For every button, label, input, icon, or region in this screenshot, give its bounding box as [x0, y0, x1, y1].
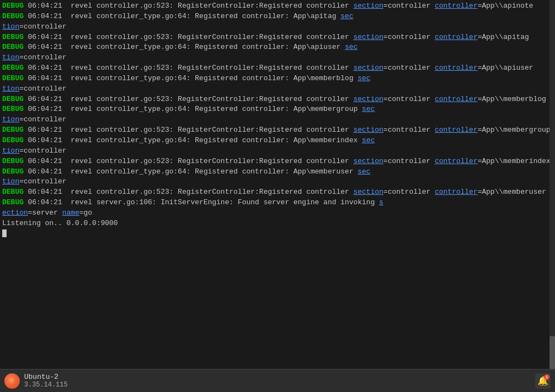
log-text: =App\\membergroup	[478, 126, 551, 134]
section-link[interactable]: sec	[362, 105, 374, 113]
taskbar-app-name: Ubuntu-2	[24, 373, 68, 381]
section-link[interactable]: section	[354, 2, 384, 10]
log-text: =controller	[19, 85, 66, 93]
section-link[interactable]: sec	[358, 74, 371, 82]
log-line: DEBUG 06:04:21 revel controller_type.go:…	[2, 42, 553, 53]
controller-link[interactable]: controller	[435, 64, 478, 72]
section-link[interactable]: tion	[2, 23, 19, 31]
debug-label: DEBUG	[2, 64, 24, 72]
log-line: DEBUG 06:04:21 revel controller.go:523: …	[2, 94, 553, 105]
log-text: =controller	[19, 147, 66, 155]
log-text: =App\\memberuser	[478, 188, 546, 196]
log-text: =go	[79, 209, 92, 217]
log-line: DEBUG 06:04:21 revel controller.go:523: …	[2, 156, 553, 167]
controller-link[interactable]: controller	[435, 126, 478, 134]
section-link[interactable]: tion	[2, 177, 19, 186]
log-text: 06:04:21 revel controller.go:523: Regist…	[24, 33, 354, 41]
debug-label: DEBUG	[2, 188, 24, 196]
controller-link[interactable]: controller	[435, 188, 478, 196]
log-text: 06:04:21 revel controller.go:523: Regist…	[24, 2, 354, 10]
debug-label: DEBUG	[2, 167, 24, 176]
taskbar-right: 🔔 1	[535, 373, 551, 389]
log-line: tion=controller	[2, 177, 553, 187]
taskbar-left: Ubuntu-2 3.35.14.115	[4, 373, 68, 389]
log-line: Listening on.. 0.0.0.0:9000	[2, 219, 553, 229]
debug-label: DEBUG	[2, 157, 24, 165]
controller-link[interactable]: controller	[435, 157, 478, 165]
log-text: 06:04:21 revel controller_type.go:64: Re…	[24, 74, 358, 82]
debug-label: DEBUG	[2, 33, 24, 41]
section-link[interactable]: s	[379, 198, 384, 206]
debug-label: DEBUG	[2, 12, 24, 20]
section-link[interactable]: section	[354, 95, 384, 103]
log-text: =controller	[383, 126, 435, 134]
log-line: DEBUG 06:04:21 revel controller.go:523: …	[2, 63, 553, 74]
section-link[interactable]: tion	[2, 85, 19, 93]
notification-badge: 1	[544, 374, 550, 380]
log-text: 06:04:21 revel controller.go:523: Regist…	[24, 157, 354, 165]
controller-link[interactable]: controller	[435, 2, 478, 10]
log-line: DEBUG 06:04:21 revel controller.go:523: …	[2, 187, 553, 198]
log-text: =App\\memberindex	[478, 157, 551, 165]
debug-label: DEBUG	[2, 74, 24, 82]
log-text: 06:04:21 revel controller_type.go:64: Re…	[24, 105, 362, 113]
log-line: DEBUG 06:04:21 revel controller.go:523: …	[2, 125, 553, 136]
section-link[interactable]: sec	[340, 12, 353, 20]
section-link[interactable]: section	[354, 188, 384, 196]
log-line	[2, 229, 553, 239]
log-text: =controller	[383, 2, 435, 10]
log-line: ection=server name=go	[2, 208, 553, 219]
ubuntu-icon	[4, 373, 20, 389]
section-link[interactable]: sec	[362, 136, 374, 144]
debug-label: DEBUG	[2, 126, 24, 134]
section-link[interactable]: tion	[2, 115, 19, 124]
terminal-area: DEBUG 06:04:21 revel controller.go:523: …	[0, 0, 555, 369]
log-text: =App\\apiuser	[478, 64, 533, 72]
terminal-cursor	[2, 229, 7, 237]
log-text: =controller	[383, 64, 435, 72]
log-line: DEBUG 06:04:21 revel controller_type.go:…	[2, 12, 553, 22]
debug-label: DEBUG	[2, 95, 24, 103]
log-text: =App\\apitag	[478, 33, 529, 41]
log-text: 06:04:21 revel controller.go:523: Regist…	[24, 95, 354, 103]
debug-label: DEBUG	[2, 2, 24, 10]
scrollbar-thumb[interactable]	[550, 336, 555, 369]
section-link[interactable]: section	[354, 126, 384, 134]
scrollbar[interactable]	[550, 0, 555, 369]
notification-button[interactable]: 🔔 1	[535, 373, 551, 389]
section-link[interactable]: tion	[2, 53, 19, 61]
log-line: DEBUG 06:04:21 revel controller.go:523: …	[2, 32, 553, 43]
taskbar: Ubuntu-2 3.35.14.115 🔔 1	[0, 369, 555, 392]
taskbar-app-subtitle: 3.35.14.115	[24, 381, 68, 389]
log-text: =App\\memberblog	[478, 95, 546, 103]
log-text: 06:04:21 revel controller.go:523: Regist…	[24, 64, 354, 72]
section-link[interactable]: ection	[2, 209, 28, 217]
log-line: DEBUG 06:04:21 revel controller_type.go:…	[2, 104, 553, 115]
log-text: 06:04:21 revel controller_type.go:64: Re…	[24, 12, 340, 20]
log-text: 06:04:21 revel controller_type.go:64: Re…	[24, 43, 345, 51]
log-text: 06:04:21 revel server.go:106: InitServer…	[24, 198, 379, 206]
section-link[interactable]: section	[354, 33, 384, 41]
log-text: 06:04:21 revel controller_type.go:64: Re…	[24, 136, 362, 144]
debug-label: DEBUG	[2, 198, 24, 206]
debug-label: DEBUG	[2, 43, 24, 51]
log-text: =controller	[383, 33, 435, 41]
debug-label: DEBUG	[2, 105, 24, 113]
section-link[interactable]: sec	[358, 167, 371, 176]
log-line: tion=controller	[2, 84, 553, 94]
controller-link[interactable]: name	[62, 209, 79, 217]
log-line: DEBUG 06:04:21 revel controller_type.go:…	[2, 136, 553, 146]
controller-link[interactable]: controller	[435, 33, 478, 41]
log-text: =controller	[383, 157, 435, 165]
controller-link[interactable]: controller	[435, 95, 478, 103]
section-link[interactable]: tion	[2, 147, 19, 155]
log-line: tion=controller	[2, 53, 553, 63]
section-link[interactable]: section	[354, 64, 384, 72]
log-text: =controller	[19, 177, 66, 186]
section-link[interactable]: section	[354, 157, 384, 165]
debug-label: DEBUG	[2, 136, 24, 144]
log-line: tion=controller	[2, 22, 553, 32]
log-text: =server	[28, 209, 62, 217]
log-line: DEBUG 06:04:21 revel controller.go:523: …	[2, 1, 553, 12]
section-link[interactable]: sec	[345, 43, 357, 51]
